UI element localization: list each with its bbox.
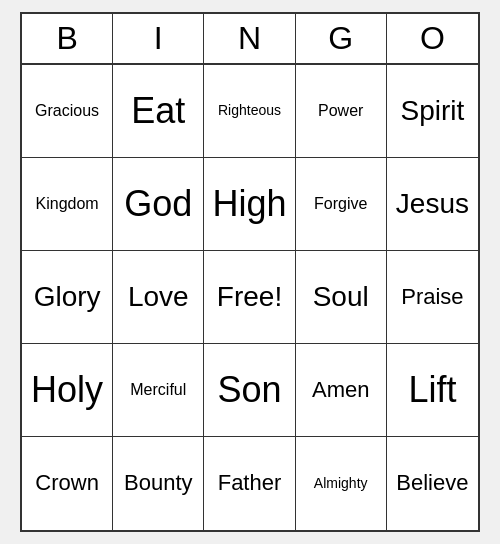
- cell-text: Love: [128, 282, 189, 313]
- cell-text: Praise: [401, 285, 463, 309]
- bingo-cell: Glory: [22, 251, 113, 344]
- bingo-cell: Gracious: [22, 65, 113, 158]
- cell-text: Eat: [131, 91, 185, 131]
- cell-text: Kingdom: [36, 195, 99, 213]
- cell-text: Soul: [313, 282, 369, 313]
- bingo-cell: Son: [204, 344, 295, 437]
- cell-text: God: [124, 184, 192, 224]
- bingo-cell: Holy: [22, 344, 113, 437]
- cell-text: Son: [217, 370, 281, 410]
- bingo-cell: Spirit: [387, 65, 478, 158]
- cell-text: Gracious: [35, 102, 99, 120]
- bingo-cell: Forgive: [296, 158, 387, 251]
- header-letter: B: [22, 14, 113, 63]
- bingo-card: BINGO GraciousEatRighteousPowerSpiritKin…: [20, 12, 480, 532]
- bingo-cell: Soul: [296, 251, 387, 344]
- bingo-cell: Bounty: [113, 437, 204, 530]
- bingo-cell: Almighty: [296, 437, 387, 530]
- bingo-cell: Merciful: [113, 344, 204, 437]
- cell-text: Power: [318, 102, 363, 120]
- cell-text: Righteous: [218, 103, 281, 118]
- cell-text: Almighty: [314, 476, 368, 491]
- cell-text: Lift: [408, 370, 456, 410]
- bingo-cell: Free!: [204, 251, 295, 344]
- header-letter: I: [113, 14, 204, 63]
- bingo-cell: Lift: [387, 344, 478, 437]
- bingo-header: BINGO: [22, 14, 478, 65]
- cell-text: Father: [218, 471, 282, 495]
- bingo-cell: Father: [204, 437, 295, 530]
- cell-text: Jesus: [396, 189, 469, 220]
- cell-text: Amen: [312, 378, 369, 402]
- header-letter: G: [296, 14, 387, 63]
- bingo-cell: Amen: [296, 344, 387, 437]
- cell-text: High: [212, 184, 286, 224]
- cell-text: Bounty: [124, 471, 193, 495]
- cell-text: Crown: [35, 471, 99, 495]
- bingo-cell: Praise: [387, 251, 478, 344]
- cell-text: Glory: [34, 282, 101, 313]
- bingo-cell: Jesus: [387, 158, 478, 251]
- cell-text: Forgive: [314, 195, 367, 213]
- bingo-cell: God: [113, 158, 204, 251]
- bingo-cell: High: [204, 158, 295, 251]
- bingo-grid: GraciousEatRighteousPowerSpiritKingdomGo…: [22, 65, 478, 530]
- bingo-cell: Power: [296, 65, 387, 158]
- header-letter: N: [204, 14, 295, 63]
- bingo-cell: Love: [113, 251, 204, 344]
- cell-text: Holy: [31, 370, 103, 410]
- cell-text: Believe: [396, 471, 468, 495]
- bingo-cell: Crown: [22, 437, 113, 530]
- header-letter: O: [387, 14, 478, 63]
- cell-text: Spirit: [400, 96, 464, 127]
- bingo-cell: Kingdom: [22, 158, 113, 251]
- bingo-cell: Eat: [113, 65, 204, 158]
- bingo-cell: Believe: [387, 437, 478, 530]
- cell-text: Free!: [217, 282, 282, 313]
- cell-text: Merciful: [130, 381, 186, 399]
- bingo-cell: Righteous: [204, 65, 295, 158]
